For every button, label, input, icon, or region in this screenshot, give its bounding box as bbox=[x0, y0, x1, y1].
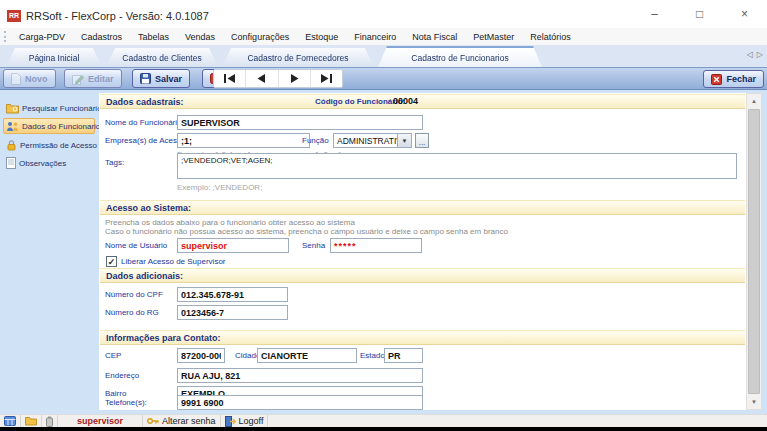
editar-label: Editar bbox=[88, 74, 114, 84]
menu-petmaster[interactable]: PetMaster bbox=[465, 32, 522, 42]
battery-icon bbox=[46, 416, 53, 427]
sidebar-item-label: Pesquisar Funcionário bbox=[22, 104, 102, 113]
salvar-button[interactable]: Salvar bbox=[132, 69, 190, 88]
alterar-senha-label: Alterar senha bbox=[162, 416, 216, 426]
tab-scroll-left-icon[interactable]: ◁ bbox=[747, 50, 753, 59]
pencil-icon bbox=[72, 73, 84, 85]
sidebar-item-pesquisar-funcionario[interactable]: Pesquisar Funcionário bbox=[3, 100, 95, 116]
vertical-scrollbar[interactable]: ▲ ▼ bbox=[746, 93, 762, 410]
first-record-icon bbox=[224, 74, 235, 83]
empresas-acesso-input[interactable] bbox=[177, 133, 310, 148]
salvar-label: Salvar bbox=[155, 74, 182, 84]
nome-usuario-input[interactable] bbox=[177, 238, 289, 253]
statusbar-logged-user: supervisor bbox=[58, 415, 143, 427]
nav-first-button[interactable] bbox=[214, 70, 246, 87]
section-header-acesso-sistema: Acesso ao Sistema: bbox=[100, 200, 745, 215]
menu-financeiro[interactable]: Financeiro bbox=[346, 32, 404, 42]
statusbar-grid-button[interactable] bbox=[0, 415, 21, 427]
cidade-input[interactable] bbox=[257, 348, 357, 363]
tags-label: Tags: bbox=[105, 158, 124, 167]
menu-configuracoes[interactable]: Configurações bbox=[223, 32, 297, 42]
menu-cadastros[interactable]: Cadastros bbox=[73, 32, 130, 42]
window-controls: – □ × bbox=[632, 0, 767, 28]
statusbar-filler bbox=[268, 415, 767, 427]
save-disk-icon bbox=[140, 73, 151, 84]
sidebar-item-label: Permissão de Acesso bbox=[20, 141, 97, 150]
codigo-funcionario-value: 00004 bbox=[393, 96, 418, 106]
scroll-down-icon[interactable]: ▼ bbox=[747, 395, 761, 409]
scrollbar-thumb[interactable] bbox=[748, 109, 760, 394]
sidebar: Pesquisar Funcionário Dados do Funcionar… bbox=[0, 90, 97, 414]
empresas-acesso-label: Empresa(s) de Acesso bbox=[105, 136, 185, 145]
funcao-value: ADMINISTRATIVO bbox=[334, 136, 397, 146]
funcao-dropdown[interactable]: ADMINISTRATIVO ▼ bbox=[333, 133, 412, 148]
cep-input[interactable] bbox=[177, 348, 225, 363]
tab-cadastro-fornecedores[interactable]: Cadastro de Fornecedores bbox=[222, 48, 374, 67]
numero-cpf-label: Número do CPF bbox=[105, 290, 163, 299]
telefone-input[interactable] bbox=[177, 395, 423, 410]
editar-button[interactable]: Editar bbox=[64, 69, 122, 88]
statusbar-folder-button[interactable] bbox=[21, 415, 42, 427]
next-record-icon bbox=[290, 74, 299, 83]
form-panel: Dados cadastrais: Código do Funcionário:… bbox=[99, 93, 746, 410]
nav-prev-button[interactable] bbox=[246, 70, 278, 87]
numero-cpf-input[interactable] bbox=[177, 287, 288, 302]
new-page-icon bbox=[11, 73, 21, 85]
endereco-input[interactable] bbox=[177, 368, 423, 383]
section-header-dados-cadastrais: Dados cadastrais: bbox=[100, 94, 745, 109]
menu-estoque[interactable]: Estoque bbox=[297, 32, 346, 42]
menu-relatorios[interactable]: Relatórios bbox=[522, 32, 579, 42]
tab-cadastro-funcionarios[interactable]: Cadastro de Funcionarios bbox=[378, 46, 542, 67]
nome-usuario-label: Nome de Usuário bbox=[105, 241, 167, 250]
folder-icon bbox=[25, 416, 37, 426]
telefone-label: Telefone(s): bbox=[105, 398, 147, 407]
sidebar-item-dados-funcionario[interactable]: Dados do Funcionario bbox=[3, 118, 95, 134]
nav-next-button[interactable] bbox=[279, 70, 311, 87]
sidebar-item-permissao-acesso[interactable]: Permissão de Acesso bbox=[3, 137, 95, 153]
nav-last-button[interactable] bbox=[311, 70, 342, 87]
titlebar: RR RRSoft - FlexCorp - Versão: 4.0.1087 … bbox=[0, 0, 767, 28]
bairro-label: Bairro bbox=[105, 389, 126, 398]
menu-nota-fiscal[interactable]: Nota Fiscal bbox=[404, 32, 465, 42]
codigo-funcionario-label: Código do Funcionário: bbox=[315, 97, 405, 106]
record-navigator bbox=[213, 69, 343, 88]
sidebar-item-label: Observações bbox=[19, 159, 66, 168]
tab-scroll-arrows: ◁ ▷ bbox=[747, 50, 763, 59]
tabstrip: Página Inicial Cadastro de Clientes Cada… bbox=[0, 45, 767, 67]
tab-scroll-right-icon[interactable]: ▷ bbox=[757, 50, 763, 59]
tab-pagina-inicial[interactable]: Página Inicial bbox=[6, 48, 102, 67]
scroll-up-icon[interactable]: ▲ bbox=[747, 94, 761, 108]
chevron-down-icon[interactable]: ▼ bbox=[397, 134, 411, 147]
statusbar-device-button[interactable] bbox=[42, 415, 58, 427]
lock-icon bbox=[6, 139, 17, 151]
close-button[interactable]: × bbox=[722, 0, 767, 28]
folder-search-icon bbox=[6, 103, 19, 114]
estado-label: Estado bbox=[360, 351, 385, 360]
toolbar: Novo Editar Salvar Cancelar bbox=[0, 67, 767, 90]
logoff-button[interactable]: Logoff bbox=[221, 415, 269, 427]
maximize-button[interactable]: □ bbox=[677, 0, 722, 28]
key-icon bbox=[147, 417, 159, 425]
numero-rg-input[interactable] bbox=[177, 305, 288, 320]
nome-funcionario-input[interactable] bbox=[177, 115, 423, 130]
menu-carga-pdv[interactable]: Carga-PDV bbox=[11, 32, 73, 42]
senha-input[interactable] bbox=[330, 238, 422, 253]
funcao-more-button[interactable]: ... bbox=[415, 133, 429, 148]
novo-button[interactable]: Novo bbox=[3, 69, 56, 88]
acesso-intro-line1: Preencha os dados abaixo para o funcioná… bbox=[105, 218, 355, 227]
funcao-label: Função bbox=[302, 136, 329, 145]
sidebar-item-observacoes[interactable]: Observações bbox=[3, 155, 95, 171]
menu-vendas[interactable]: Vendas bbox=[177, 32, 223, 42]
application-window: RR RRSoft - FlexCorp - Versão: 4.0.1087 … bbox=[0, 0, 767, 431]
alterar-senha-button[interactable]: Alterar senha bbox=[143, 415, 221, 427]
numero-rg-label: Número do RG bbox=[105, 308, 159, 317]
tags-textarea[interactable]: ;VENDEDOR;VET;AGEN; bbox=[177, 153, 737, 179]
estado-input[interactable] bbox=[384, 348, 423, 363]
fechar-button[interactable]: Fechar bbox=[703, 70, 764, 88]
logoff-icon bbox=[225, 416, 236, 427]
minimize-button[interactable]: – bbox=[632, 0, 677, 28]
tab-cadastro-clientes[interactable]: Cadastro de Clientes bbox=[106, 48, 218, 67]
last-record-icon bbox=[321, 74, 332, 83]
liberar-supervisor-checkbox[interactable]: ✓ bbox=[106, 256, 117, 267]
menu-tabelas[interactable]: Tabelas bbox=[130, 32, 177, 42]
